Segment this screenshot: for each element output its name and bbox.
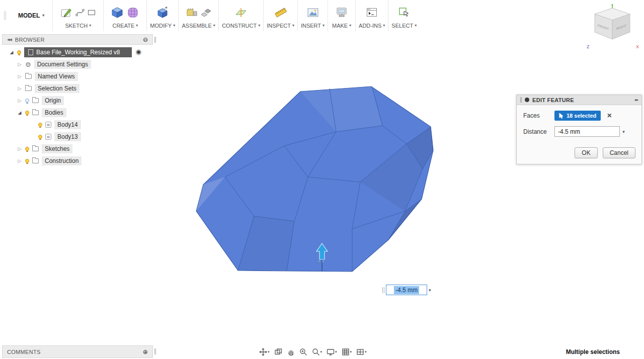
make-menu[interactable]: MAKE▾ [331, 23, 352, 31]
browser-resize-grip[interactable] [154, 37, 156, 43]
visibility-bulb-icon[interactable] [38, 123, 42, 127]
tree-row-named-views[interactable]: ▷ Named Views [2, 70, 153, 82]
distance-manipulator-arrow[interactable] [312, 242, 332, 272]
create-menu[interactable]: CREATE▾ [107, 23, 143, 31]
collapse-panel-icon[interactable]: ◀◀ [7, 38, 12, 42]
tree-row-body13[interactable]: Body13 [2, 131, 153, 143]
visibility-bulb-icon[interactable] [25, 159, 29, 163]
flyout-icon[interactable]: ▸▸ [635, 98, 638, 102]
caret-closed-icon[interactable]: ▷ [17, 74, 22, 79]
dialog-drag-grip[interactable] [520, 97, 522, 103]
spline-tool-icon[interactable] [75, 8, 85, 17]
look-at-button[interactable] [273, 347, 284, 357]
input-drag-grip[interactable] [382, 287, 384, 293]
folder-icon [25, 86, 32, 91]
x-axis-label: X [636, 44, 639, 49]
chevron-down-icon: ▾ [136, 24, 138, 28]
expand-comments-icon[interactable]: ⊕ [143, 349, 148, 355]
inspect-menu[interactable]: INSPECT▾ [267, 23, 294, 31]
caret-closed-icon[interactable]: ▷ [17, 99, 22, 103]
body-icon [45, 122, 51, 128]
caret-open-icon[interactable]: ◢ [9, 50, 14, 55]
visibility-bulb-icon[interactable] [38, 135, 42, 139]
tree-row-document-settings[interactable]: ▷ ⚙ Document Settings [2, 58, 153, 70]
visibility-bulb-icon[interactable] [25, 147, 29, 151]
visibility-bulb-icon[interactable] [25, 99, 29, 103]
rectangle-tool-icon[interactable] [87, 8, 96, 17]
caret-closed-icon[interactable]: ▷ [17, 147, 22, 151]
scripts-addins-icon[interactable] [365, 6, 378, 19]
construct-menu[interactable]: CONSTRUCT▾ [222, 23, 260, 31]
press-pull-icon[interactable] [156, 6, 169, 19]
construction-plane-icon[interactable] [234, 6, 248, 19]
clear-selection-icon[interactable]: ✕ [607, 112, 612, 119]
tree-row-bodies[interactable]: ◢ Bodies [2, 107, 153, 119]
select-menu[interactable]: SELECT▾ [391, 23, 417, 31]
toolbar-group-construct: CONSTRUCT▾ [218, 0, 263, 31]
tree-item-label: Bodies [42, 108, 66, 117]
display-settings-button[interactable]: ▾ [325, 347, 339, 357]
chevron-down-icon[interactable]: ▾ [620, 129, 627, 134]
toolbar-group-sketch: SKETCH▾ [52, 0, 103, 31]
chevron-down-icon: ▾ [383, 24, 385, 28]
modify-menu[interactable]: MODIFY▾ [150, 23, 175, 31]
tree-row-sketches[interactable]: ▷ Sketches [2, 143, 153, 155]
caret-closed-icon[interactable]: ▷ [17, 86, 22, 91]
caret-open-icon[interactable]: ◢ [17, 111, 22, 115]
chevron-down-icon: ▾ [415, 24, 417, 28]
joint-icon[interactable] [200, 7, 211, 18]
tree-row-body14[interactable]: Body14 [2, 119, 153, 131]
tree-row-root[interactable]: ◢ Base File_Working_Resized v8 ◉ [2, 46, 153, 58]
distance-input[interactable]: -4.5 mm [554, 126, 620, 137]
tree-row-origin[interactable]: ▷ Origin [2, 95, 153, 107]
browser-tree: ◢ Base File_Working_Resized v8 ◉ ▷ ⚙ Doc… [2, 46, 153, 167]
distance-value-input[interactable]: -4.5 mm [386, 285, 427, 295]
hide-all-icon[interactable]: ⊖ [143, 37, 148, 43]
addins-menu[interactable]: ADD-INS▾ [359, 23, 385, 31]
dialog-title: EDIT FEATURE [532, 97, 574, 103]
chevron-down-icon: ▾ [323, 24, 325, 28]
comments-bar[interactable]: COMMENTS ⊕ [2, 345, 153, 358]
viewports-button[interactable]: ▾ [355, 347, 368, 357]
comments-resize-grip[interactable] [154, 348, 156, 354]
z-axis-label: Z [587, 44, 590, 49]
extrude-icon[interactable] [111, 6, 124, 19]
make-3d-print-icon[interactable] [335, 6, 348, 19]
chevron-down-icon: ▾ [335, 350, 337, 354]
create-form-icon[interactable] [126, 6, 139, 19]
edit-feature-dialog: EDIT FEATURE ▸▸ Faces 18 selected ✕ Dist… [516, 95, 642, 164]
dialog-header[interactable]: EDIT FEATURE ▸▸ [517, 95, 641, 105]
chevron-down-icon: ▾ [42, 14, 44, 18]
caret-closed-icon[interactable]: ▷ [17, 159, 22, 163]
visibility-bulb-icon[interactable] [17, 50, 21, 54]
tree-row-construction[interactable]: ▷ Construction [2, 155, 153, 167]
faces-label: Faces [523, 112, 554, 119]
faces-selection-badge[interactable]: 18 selected [554, 111, 601, 121]
activate-component-icon[interactable]: ◉ [135, 49, 142, 55]
grid-snaps-button[interactable]: ▾ [340, 347, 354, 357]
create-sketch-icon[interactable] [60, 6, 73, 19]
select-tool-icon[interactable] [397, 6, 411, 19]
pan-button[interactable]: ▾ [258, 347, 271, 357]
tree-row-selection-sets[interactable]: ▷ Selection Sets [2, 82, 153, 95]
measure-icon[interactable] [274, 6, 287, 19]
ok-button[interactable]: OK [575, 147, 597, 158]
workspace-selector[interactable]: MODEL ▾ [6, 0, 52, 31]
cancel-button[interactable]: Cancel [603, 147, 635, 158]
zoom-button[interactable] [298, 347, 309, 357]
new-component-icon[interactable] [186, 7, 198, 19]
zoom-window-button[interactable]: ▾ [310, 347, 324, 357]
viewcube[interactable]: FRONT RIGHT Z X [584, 4, 641, 54]
folder-icon [32, 158, 39, 163]
assemble-menu[interactable]: ASSEMBLE▾ [182, 23, 215, 31]
visibility-bulb-icon[interactable] [25, 111, 29, 115]
faces-selected-count: 18 selected [567, 113, 596, 119]
pan-hand-button[interactable] [285, 347, 296, 357]
component-icon [28, 49, 33, 55]
insert-image-icon[interactable] [306, 6, 319, 19]
caret-closed-icon[interactable]: ▷ [17, 62, 22, 67]
sketch-menu[interactable]: SKETCH▾ [56, 23, 100, 31]
tree-item-label: Named Views [35, 72, 78, 81]
chevron-down-icon[interactable]: ▾ [429, 288, 431, 293]
insert-menu[interactable]: INSERT▾ [301, 23, 325, 31]
